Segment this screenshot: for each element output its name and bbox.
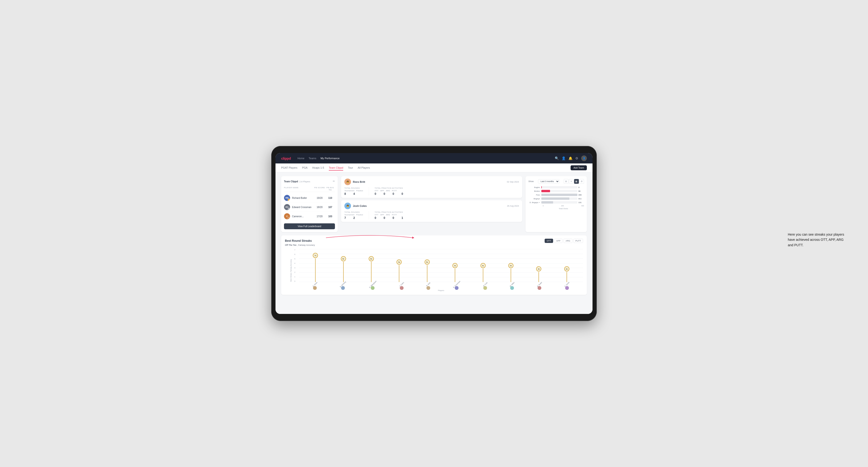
list-view-btn[interactable]: ≡ bbox=[569, 179, 574, 184]
bar-track bbox=[541, 201, 578, 204]
nav-home[interactable]: Home bbox=[298, 156, 304, 161]
arg-label: ARG bbox=[386, 190, 390, 192]
streak-bar-item: 5x bbox=[425, 249, 430, 282]
period-select[interactable]: Last 3 months bbox=[538, 179, 559, 184]
bar-label: D. Bogeys + bbox=[528, 201, 541, 204]
user-avatar[interactable]: 👤 bbox=[581, 155, 587, 161]
streak-line bbox=[511, 269, 511, 282]
streaks-title: Best Round Streaks bbox=[285, 239, 312, 243]
streak-bar-inner: 3x bbox=[536, 249, 541, 282]
filter-arg[interactable]: ARG bbox=[563, 239, 572, 243]
chart-x-title: Total Shots bbox=[543, 208, 584, 210]
bar-chart-panel: Show Last 3 months ⊞ ≡ ▦ ⚙ bbox=[526, 176, 587, 232]
putt-value: 0 bbox=[401, 192, 408, 195]
bar-fill bbox=[541, 190, 550, 192]
y-tick: 4 bbox=[294, 262, 299, 264]
streak-badge: 4x bbox=[453, 263, 458, 268]
avatar: C 3 bbox=[284, 213, 290, 219]
table-row[interactable]: EC 2 Edward Crossman 18/20 107 bbox=[284, 203, 335, 212]
bar-track bbox=[541, 197, 578, 200]
streak-badge: 3x bbox=[564, 266, 569, 272]
subnav-pga[interactable]: PGA bbox=[302, 165, 308, 170]
filter-ott[interactable]: OTT bbox=[545, 239, 553, 243]
nav-teams[interactable]: Teams bbox=[309, 156, 316, 161]
leaderboard-panel: Team Clippd | 14 Players ✏ PLAYER NAME P… bbox=[281, 176, 338, 232]
player-card-header: 🧑 Rees Britt 02 Sep 2023 bbox=[344, 179, 519, 185]
practice-label: Total Practice Activities bbox=[375, 211, 408, 213]
player-card: 🧑 Rees Britt 02 Sep 2023 Total Rounds To… bbox=[341, 176, 522, 198]
table-row[interactable]: C 3 Cameron... 17/20 103 bbox=[284, 212, 335, 221]
bar-label: Birdies bbox=[528, 190, 541, 192]
total-rounds-group: Total Rounds Tournament Practice 8 4 bbox=[344, 187, 363, 195]
app-label: APP bbox=[380, 190, 384, 192]
streak-bar-inner: 6x bbox=[369, 249, 374, 282]
streak-bar-item: 7x bbox=[313, 249, 318, 282]
practice-activities-group: Total Practice Activities OTT APP ARG PU… bbox=[375, 187, 408, 195]
card-stats: Total Rounds Tournament Practice 7 2 bbox=[344, 211, 519, 220]
practice-headers: OTT APP ARG PUTT bbox=[375, 214, 408, 216]
streak-bar-inner: 7x bbox=[313, 249, 318, 282]
practice-values: 0 0 0 0 bbox=[375, 192, 408, 195]
player-label-item: E. Ebert bbox=[312, 283, 318, 290]
card-player-name: Josh Coles bbox=[353, 205, 505, 207]
edit-icon[interactable]: ✏ bbox=[333, 180, 335, 183]
player-label-item: D. Billingham bbox=[368, 283, 378, 290]
streak-badge: 5x bbox=[425, 259, 430, 264]
bar-row: Eagles 3 bbox=[528, 186, 584, 188]
add-team-button[interactable]: Add Team bbox=[570, 165, 587, 170]
total-rounds-label: Total Rounds bbox=[344, 211, 363, 213]
arg-value: 0 bbox=[393, 216, 399, 220]
putt-value: 1 bbox=[401, 216, 408, 220]
subnav-all-players[interactable]: All Players bbox=[358, 165, 370, 170]
card-stats: Total Rounds Tournament Practice 8 4 bbox=[344, 187, 519, 195]
nav-my-performance[interactable]: My Performance bbox=[320, 156, 340, 161]
view-full-leaderboard-button[interactable]: View Full Leaderboard bbox=[284, 223, 335, 229]
round-types: Tournament Practice bbox=[344, 214, 363, 216]
avatar: EC 2 bbox=[284, 204, 290, 210]
table-row[interactable]: RB 1 Richard Butler 19/20 110 bbox=[284, 193, 335, 203]
card-date: 26 Aug 2023 bbox=[507, 205, 519, 207]
table-headers: PLAYER NAME PB SCORE PB AVG SQ bbox=[284, 186, 335, 192]
player-label-item: J. Coles bbox=[399, 283, 404, 290]
subnav-team-clippd[interactable]: Team Clippd bbox=[329, 165, 343, 170]
y-tick: 2 bbox=[294, 272, 299, 273]
bar-track bbox=[541, 190, 578, 192]
practice-activities-group: Total Practice Activities OTT APP ARG PU… bbox=[375, 211, 408, 220]
total-rounds-group: Total Rounds Tournament Practice 7 2 bbox=[344, 211, 363, 220]
x-label-400: 400 bbox=[581, 205, 584, 207]
streak-bars: 7x 6x bbox=[299, 249, 583, 282]
search-icon[interactable]: 🔍 bbox=[555, 156, 559, 160]
bar-view-btn[interactable]: ▦ bbox=[574, 179, 579, 184]
y-axis-title: Best Streak, Fairway Accuracy bbox=[290, 259, 292, 282]
streak-bar-inner: 5x bbox=[425, 249, 430, 282]
player-cards-panel: 🧑 Rees Britt 02 Sep 2023 Total Rounds To… bbox=[341, 176, 522, 232]
leaderboard-title-group: Team Clippd | 14 Players bbox=[284, 179, 310, 183]
grid-view-btn[interactable]: ⊞ bbox=[564, 179, 568, 184]
filter-app[interactable]: APP bbox=[554, 239, 563, 243]
subnav-pgat[interactable]: PGAT Players bbox=[281, 165, 298, 170]
nav-bar: clippd Home Teams My Performance 🔍 👤 🔔 ⚙… bbox=[276, 153, 592, 163]
practice-headers: OTT APP ARG PUTT bbox=[375, 190, 408, 192]
settings-icon[interactable]: ⚙ bbox=[575, 156, 578, 160]
users-icon[interactable]: 👤 bbox=[562, 156, 566, 160]
streaks-panel: Best Round Streaks OTT APP ARG PUTT Off … bbox=[281, 236, 587, 295]
ott-label: OTT bbox=[375, 190, 378, 192]
app-value: 0 bbox=[383, 216, 390, 220]
streak-badge: 5x bbox=[397, 259, 402, 264]
settings-btn[interactable]: ⚙ bbox=[579, 179, 584, 184]
streak-bar-item: 4x bbox=[453, 249, 458, 282]
filter-buttons: OTT APP ARG PUTT bbox=[545, 239, 583, 243]
player-card-header: 🧑 Josh Coles 26 Aug 2023 bbox=[344, 203, 519, 209]
subnav-tour[interactable]: Tour bbox=[348, 165, 353, 170]
streaks-header: Best Round Streaks OTT APP ARG PUTT bbox=[285, 239, 583, 243]
show-label: Show bbox=[528, 180, 534, 183]
subtitle-rest: , Fairway Accuracy bbox=[297, 244, 315, 246]
tournament-label: Tournament bbox=[344, 190, 354, 192]
bell-icon[interactable]: 🔔 bbox=[568, 156, 572, 160]
streak-badge: 4x bbox=[480, 263, 486, 268]
bar-value: 96 bbox=[578, 190, 584, 192]
bar-fill bbox=[541, 201, 553, 204]
col-player-name: PLAYER NAME bbox=[284, 187, 314, 191]
filter-putt[interactable]: PUTT bbox=[574, 239, 583, 243]
subnav-hcaps[interactable]: Hcaps 1-5 bbox=[312, 165, 324, 170]
